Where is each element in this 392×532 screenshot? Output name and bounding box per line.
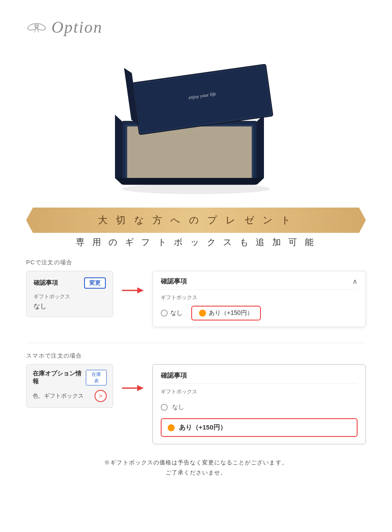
mobile-card: 在庫オプション情報 在庫表 色、ギフトボックス > xyxy=(26,364,113,408)
radio-gift-circle xyxy=(199,310,206,317)
pc-section-label: PCで注文の場合 xyxy=(26,259,366,266)
pc-demo-area: 確認事項 変更 ギフトボックス なし 確認事項 ∧ ギフトボックス xyxy=(26,271,366,327)
pc-option-gift[interactable]: あり（+150円） xyxy=(191,306,261,321)
pc-open-sublabel: ギフトボックス xyxy=(161,294,358,301)
mobile-card-header: 在庫オプション情報 在庫表 xyxy=(33,370,107,385)
mobile-right-sublabel: ギフトボックス xyxy=(161,388,358,396)
mobile-card-title: 在庫オプション情報 xyxy=(33,370,86,385)
title-area: Option xyxy=(26,17,366,37)
mobile-field-text: 色、ギフトボックス xyxy=(33,392,84,400)
mobile-right-card: 確認事項 ギフトボックス なし あり（+150円） xyxy=(152,364,366,444)
pc-option-gift-label: あり（+150円） xyxy=(209,309,253,317)
banner-subtitle: 専 用 の ギ フ ト ボ ッ ク ス も 追 加 可 能 xyxy=(26,236,366,248)
svg-marker-22 xyxy=(115,115,122,184)
mobile-demo-area: 在庫オプション情報 在庫表 色、ギフトボックス > xyxy=(26,364,366,444)
banner-main-text: 大 切 な 方 へ の プ レ ゼ ン ト xyxy=(98,215,294,225)
footer-line1: ※ギフトボックスの価格は予告なく変更になることがございます。 xyxy=(26,457,366,467)
banner-area: 大 切 な 方 へ の プ レ ゼ ン ト 専 用 の ギ フ ト ボ ッ ク … xyxy=(26,208,366,248)
pc-card-open: 確認事項 ∧ ギフトボックス なし あり（+150円） xyxy=(152,271,366,327)
svg-marker-30 xyxy=(137,287,144,293)
change-button[interactable]: 変更 xyxy=(84,277,106,289)
footer-note: ※ギフトボックスの価格は予告なく変更になることがございます。 ご了承くださいませ… xyxy=(26,457,366,478)
pc-option-none-label: なし xyxy=(170,309,182,317)
chevron-right-icon: > xyxy=(99,392,102,399)
pc-open-title: 確認事項 xyxy=(161,277,187,286)
svg-marker-32 xyxy=(137,385,144,391)
mobile-radio-gift-circle xyxy=(168,424,175,431)
mobile-section: スマホで注文の場合 在庫オプション情報 在庫表 色、ギフトボックス > xyxy=(26,352,366,444)
pc-closed-title: 確認事項 xyxy=(34,279,58,287)
pc-section: PCで注文の場合 確認事項 変更 ギフトボックス なし xyxy=(26,259,366,327)
pc-card-closed: 確認事項 変更 ギフトボックス なし xyxy=(26,271,113,317)
mobile-left: 在庫オプション情報 在庫表 色、ギフトボックス > xyxy=(26,364,113,408)
pc-arrow xyxy=(122,284,144,297)
mobile-right-title: 確認事項 xyxy=(161,372,358,384)
mobile-option-none[interactable]: なし xyxy=(161,401,358,414)
pc-closed-field-value: なし xyxy=(34,302,106,310)
ribbon-icon xyxy=(26,19,47,35)
page-title: Option xyxy=(51,17,103,37)
banner-ribbon: 大 切 な 方 へ の プ レ ゼ ン ト xyxy=(26,208,366,233)
chevron-up-icon: ∧ xyxy=(352,277,358,286)
mobile-radio-none-circle xyxy=(161,404,168,411)
footer-line2: ご了承くださいませ。 xyxy=(26,467,366,477)
pc-closed-field-label: ギフトボックス xyxy=(34,293,106,300)
mobile-section-label: スマホで注文の場合 xyxy=(26,352,366,360)
mobile-radio-row: なし あり（+150円） xyxy=(161,401,358,437)
pc-radio-row: なし あり（+150円） xyxy=(161,306,358,321)
section-separator xyxy=(26,343,366,343)
radio-none-circle xyxy=(161,310,168,317)
mobile-option-none-label: なし xyxy=(172,403,184,411)
mobile-option-gift[interactable]: あり（+150円） xyxy=(161,418,358,437)
pc-option-none[interactable]: なし xyxy=(161,309,182,317)
svg-point-5 xyxy=(122,184,270,194)
pc-card-closed-header: 確認事項 変更 xyxy=(34,277,106,289)
gift-box-image: enjoy your life xyxy=(96,47,296,195)
chevron-right-button[interactable]: > xyxy=(95,390,107,402)
mobile-option-gift-label: あり（+150円） xyxy=(179,423,226,432)
svg-marker-24 xyxy=(115,178,264,184)
mobile-card-row: 色、ギフトボックス > xyxy=(33,390,107,402)
page-wrapper: Option xyxy=(0,0,392,495)
svg-point-1 xyxy=(34,22,46,31)
mobile-arrow xyxy=(122,382,144,395)
svg-marker-23 xyxy=(257,115,264,184)
pc-card-open-header: 確認事項 ∧ xyxy=(161,277,358,290)
zaiko-button[interactable]: 在庫表 xyxy=(86,370,107,385)
product-image-area: enjoy your life xyxy=(26,47,366,195)
